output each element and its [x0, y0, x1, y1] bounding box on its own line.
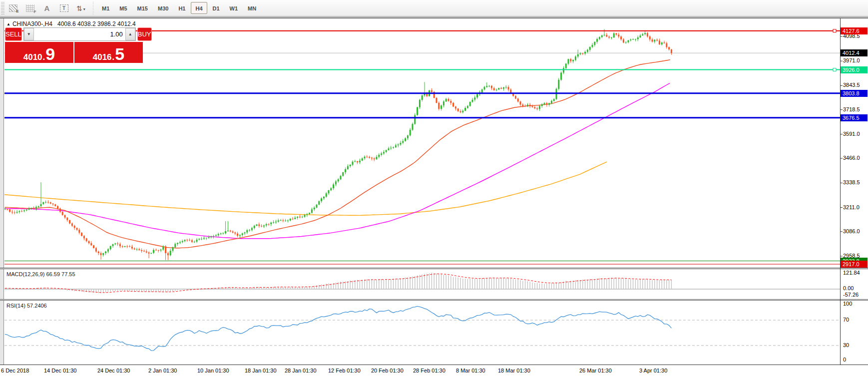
trading-terminal-window: EFAT⇅▾ M1M5M15M30H1H4D1W1MN ▲CHINA300-,H… [0, 0, 868, 378]
cycle-arrows-tool-icon[interactable]: ⇅▾ [73, 1, 88, 14]
price-badge-3803.8: 3803.8 [841, 90, 868, 97]
volume-up-button[interactable]: ▲ [125, 28, 135, 40]
price-badge-2917: 2917.0 [841, 261, 868, 268]
rsi-axis[interactable]: 10070300 [841, 301, 868, 365]
current-price-badge: 4012.4 [841, 49, 868, 56]
time-label: 10 Jan 01:30 [197, 368, 229, 374]
sell-price-dot: . [43, 53, 45, 61]
rsi-value: 57.2406 [27, 303, 47, 309]
volume-input[interactable] [34, 28, 125, 40]
buy-price-display[interactable]: 4016.5 [74, 42, 143, 63]
toolbar-separator [92, 1, 94, 14]
timeframe-W1[interactable]: W1 [225, 2, 243, 14]
sell-button[interactable]: SELL [5, 27, 22, 41]
price-tick-3843.5: 3843.5 [843, 82, 860, 88]
time-label: 2 Jan 01:30 [148, 368, 177, 374]
main-macd-divider[interactable] [0, 268, 868, 269]
time-label: 18 Mar 01:30 [498, 368, 530, 374]
textbox-tool-icon[interactable]: T [56, 1, 71, 14]
macd-values: 66.59 77.55 [46, 271, 75, 277]
time-label: 14 Dec 01:30 [44, 368, 76, 374]
price-tick-3086: 3086.0 [843, 228, 860, 234]
drawing-tools-group: EFAT⇅▾ [4, 1, 89, 14]
timeframe-M5[interactable]: M5 [115, 2, 131, 14]
time-label: 8 Mar 01:30 [456, 368, 485, 374]
price-tick-3466: 3466.0 [843, 155, 860, 161]
timeframe-MN[interactable]: MN [243, 2, 261, 14]
rsi-tick-0: 0 [843, 357, 846, 363]
macd-label: MACD(12,26,9) 66.59 77.55 [6, 271, 75, 277]
timeframe-M1[interactable]: M1 [97, 2, 114, 14]
one-click-trade-panel: SELL ▼ ▲ BUY 4010.9 4016.5 [5, 27, 143, 63]
fibo-grid-tool-icon[interactable]: F [22, 1, 37, 14]
price-badge-3676.5: 3676.5 [841, 114, 868, 121]
price-axis[interactable]: 4098.53971.03843.53718.53591.03466.03338… [841, 18, 868, 268]
time-label: 3 Apr 01:30 [639, 368, 667, 374]
buy-price-main: 4016 [93, 53, 112, 61]
time-axis[interactable]: 6 Dec 201814 Dec 01:3024 Dec 01:302 Jan … [0, 365, 868, 378]
rsi-tick-70: 70 [843, 317, 849, 323]
price-badge-3926: 3926.0 [841, 66, 868, 73]
time-label: 12 Feb 01:30 [328, 368, 361, 374]
toolbar: EFAT⇅▾ M1M5M15M30H1H4D1W1MN [0, 0, 868, 16]
price-tick-3591: 3591.0 [843, 131, 860, 137]
time-label: 18 Jan 01:30 [245, 368, 277, 374]
timeframe-H1[interactable]: H1 [174, 2, 190, 14]
price-tick-3718.5: 3718.5 [843, 106, 860, 112]
collapse-triangle-icon[interactable]: ▲ [6, 22, 10, 26]
volume-control: ▼ ▲ [23, 27, 136, 41]
volume-down-button[interactable]: ▼ [24, 28, 34, 40]
buy-price-dot: . [112, 53, 115, 61]
symbol-label: CHINA300-,H4 [12, 20, 52, 27]
sell-price-main: 4010 [23, 53, 42, 61]
window-left-gutter [0, 18, 4, 365]
timeframe-M15[interactable]: M15 [133, 2, 152, 14]
chart-plot-area[interactable] [4, 18, 840, 365]
time-label: 28 Jan 01:30 [285, 368, 317, 374]
timeframe-D1[interactable]: D1 [208, 2, 224, 14]
timeframe-bar: M1M5M15M30H1H4D1W1MN [97, 2, 261, 14]
rsi-tick-30: 30 [843, 342, 849, 348]
time-label: 26 Mar 01:30 [579, 368, 612, 374]
chart-title: ▲CHINA300-,H44008.6 4038.2 3986.2 4012.4 [6, 20, 136, 27]
sell-price-pip: 9 [45, 47, 55, 61]
price-tick-3971: 3971.0 [843, 57, 860, 63]
buy-price-pip: 5 [115, 47, 124, 61]
expert-draw-tool-icon[interactable]: E [5, 1, 20, 14]
time-label: 6 Dec 2018 [1, 368, 29, 374]
rsi-label: RSI(14) 57.2406 [6, 303, 47, 309]
macd-rsi-divider[interactable] [0, 299, 868, 301]
time-label: 20 Feb 01:30 [371, 368, 404, 374]
ohlc-values: 4008.6 4038.2 3986.2 4012.4 [57, 20, 136, 27]
timeframe-H4[interactable]: H4 [191, 2, 207, 14]
time-label: 28 Feb 01:30 [413, 368, 445, 374]
buy-button[interactable]: BUY [137, 27, 152, 41]
sell-price-display[interactable]: 4010.9 [5, 42, 73, 63]
rsi-tick-100: 100 [843, 301, 852, 307]
macd-tick-0.00: 0.00 [843, 285, 854, 291]
price-tick-3338.5: 3338.5 [843, 179, 860, 185]
toolbar-grip[interactable] [1, 1, 4, 14]
timeframe-M30[interactable]: M30 [153, 2, 173, 14]
macd-tick--57.26: -57.26 [843, 292, 859, 298]
macd-tick-121.84: 121.84 [843, 270, 860, 276]
macd-axis[interactable]: 121.840.00-57.26 [841, 269, 868, 299]
price-tick-3211: 3211.0 [843, 204, 860, 210]
time-label: 24 Dec 01:30 [97, 368, 130, 374]
text-tool-icon[interactable]: A [39, 1, 54, 14]
price-badge-4127.6: 4127.6 [841, 27, 868, 34]
